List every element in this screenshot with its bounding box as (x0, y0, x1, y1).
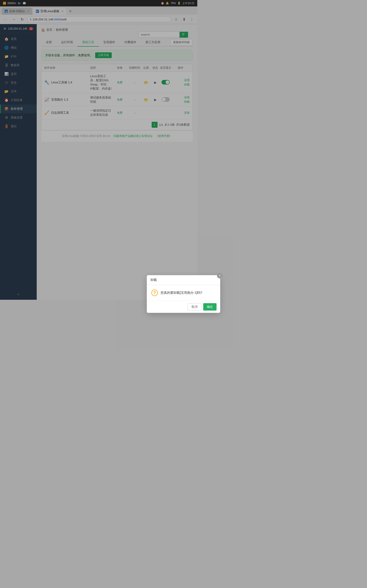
dialog: × 卸载 ? 您真的要卸载[宝塔跑分-1]吗? 取消 确定 (147, 275, 197, 313)
dialog-cancel-button[interactable]: 取消 (188, 303, 197, 311)
dialog-overlay[interactable]: × 卸载 ? 您真的要卸载[宝塔跑分-1]吗? 取消 确定 (0, 0, 197, 317)
dialog-message: 您真的要卸载[宝塔跑分-1]吗? (161, 291, 197, 295)
dialog-warning-icon: ? (151, 290, 158, 296)
dialog-footer: 取消 确定 (147, 301, 197, 313)
dialog-header: 卸载 (147, 275, 197, 285)
dialog-title: 卸载 (150, 278, 157, 282)
dialog-body: ? 您真的要卸载[宝塔跑分-1]吗? (147, 285, 197, 301)
